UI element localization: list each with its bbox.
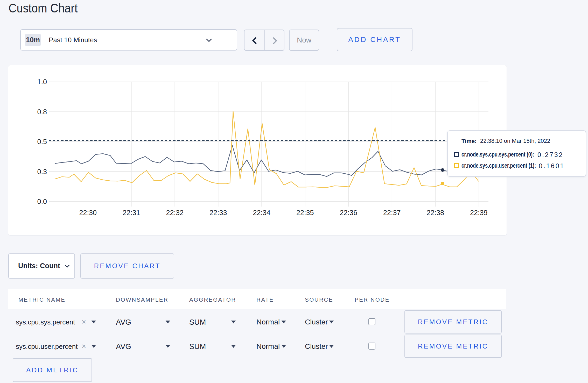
svg-text:0.0: 0.0 — [37, 198, 47, 205]
svg-text:22:39: 22:39 — [470, 209, 488, 217]
svg-text:22:36: 22:36 — [340, 209, 357, 217]
svg-text:22:35: 22:35 — [296, 209, 314, 217]
svg-text:22:38: 22:38 — [426, 209, 444, 217]
svg-text:22:32: 22:32 — [166, 209, 184, 217]
svg-text:0.8: 0.8 — [37, 108, 47, 116]
svg-text:1.0: 1.0 — [37, 78, 47, 86]
svg-text:22:33: 22:33 — [209, 209, 227, 217]
svg-text:0.5: 0.5 — [37, 138, 47, 146]
svg-text:22:37: 22:37 — [383, 209, 401, 217]
svg-text:0.3: 0.3 — [37, 168, 47, 176]
svg-text:22:30: 22:30 — [79, 209, 97, 217]
svg-text:22:34: 22:34 — [253, 209, 270, 217]
svg-text:22:31: 22:31 — [123, 209, 140, 217]
